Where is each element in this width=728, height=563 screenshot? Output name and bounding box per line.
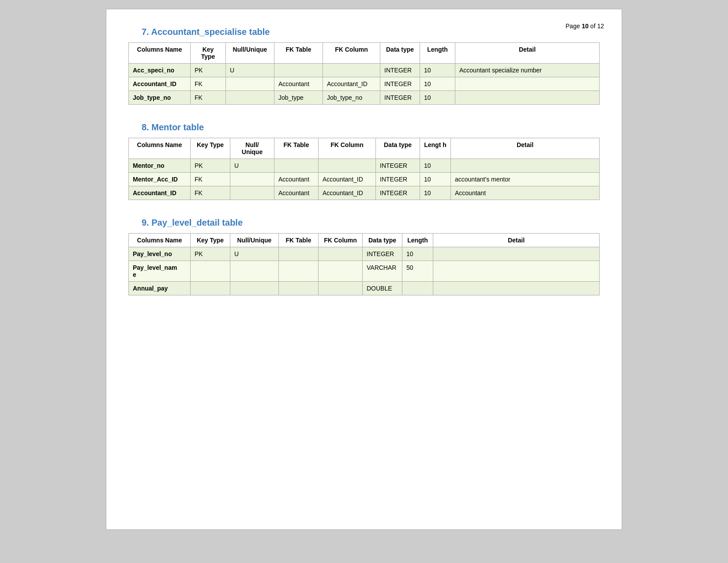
section-8-table: Columns Name Key Type Null/Unique FK Tab… [128, 138, 600, 200]
table-cell: Mentor_no [129, 159, 191, 173]
table-cell [230, 173, 274, 186]
table-cell: Accountant_ID [319, 186, 376, 200]
table-header-row: Columns Name Key Type Null/Unique FK Tab… [129, 138, 600, 159]
table-cell: Mentor_Acc_ID [129, 173, 191, 186]
header-col-4: FK Table [274, 43, 323, 64]
table-cell [279, 282, 319, 295]
table-cell: Accountant [274, 173, 319, 186]
table-cell: PK [191, 247, 230, 261]
header-col-5: FK Column [319, 138, 376, 159]
table-cell [323, 64, 380, 77]
table-cell [402, 282, 433, 295]
table-row: Accountant_IDFKAccountantAccountant_IDIN… [129, 77, 600, 91]
table-cell [230, 186, 274, 200]
header-col-3: Null/Unique [230, 138, 274, 159]
section-7-title: 7. Accountant_specialise table [142, 27, 600, 37]
table-cell [319, 159, 376, 173]
table-cell: Accountant [274, 186, 319, 200]
table-cell: Accountant_ID [323, 77, 380, 91]
table-cell: VARCHAR [363, 261, 402, 282]
table-cell [230, 282, 279, 295]
table-header-row: Columns Name Key Type Null/Unique FK Tab… [129, 43, 600, 64]
header-col-1: Columns Name [129, 234, 191, 247]
table-cell: U [230, 159, 274, 173]
header-col-8: Detail [451, 138, 600, 159]
header-col-2: Key Type [191, 234, 230, 247]
table-row: Job_type_noFKJob_typeJob_type_noINTEGER1… [129, 91, 600, 105]
table-row: Accountant_IDFKAccountantAccountant_IDIN… [129, 186, 600, 200]
table-cell: 10 [420, 173, 451, 186]
table-cell: 10 [420, 159, 451, 173]
table-cell: 10 [420, 186, 451, 200]
table-cell [319, 247, 363, 261]
header-col-6: Data type [363, 234, 402, 247]
table-cell [230, 261, 279, 282]
table-cell: 50 [402, 261, 433, 282]
header-col-4: FK Table [279, 234, 319, 247]
table-cell: U [226, 64, 274, 77]
table-header-row: Columns Name Key Type Null/Unique FK Tab… [129, 234, 600, 247]
header-col-5: FK Column [319, 234, 363, 247]
table-cell: INTEGER [380, 91, 420, 105]
table-cell: DOUBLE [363, 282, 402, 295]
table-cell: 10 [402, 247, 433, 261]
table-cell: 10 [420, 64, 455, 77]
table-cell: INTEGER [363, 247, 402, 261]
page-number: Page 10 of 12 [566, 23, 604, 30]
table-cell: Pay_level_name [129, 261, 191, 282]
table-cell: Pay_level_no [129, 247, 191, 261]
table-cell [319, 261, 363, 282]
header-col-6: Data type [380, 43, 420, 64]
table-row: Mentor_Acc_IDFKAccountantAccountant_IDIN… [129, 173, 600, 186]
header-col-5: FK Column [323, 43, 380, 64]
table-cell: 10 [420, 77, 455, 91]
table-cell: Accountant [274, 77, 323, 91]
table-row: Annual_payDOUBLE [129, 282, 600, 295]
header-col-1: Columns Name [129, 138, 191, 159]
table-cell: Accountant_ID [319, 173, 376, 186]
table-cell: Annual_pay [129, 282, 191, 295]
header-col-2: Key Type [191, 138, 230, 159]
table-cell: Accountant_ID [129, 186, 191, 200]
table-cell: INTEGER [380, 77, 420, 91]
header-col-6: Data type [376, 138, 420, 159]
header-col-8: Detail [455, 43, 600, 64]
table-cell: FK [191, 173, 230, 186]
table-row: Pay_level_nameVARCHAR50 [129, 261, 600, 282]
table-cell [451, 159, 600, 173]
table-cell [191, 282, 230, 295]
table-cell [433, 282, 600, 295]
table-cell: INTEGER [380, 64, 420, 77]
table-cell: accountant's mentor [451, 173, 600, 186]
table-cell: FK [191, 186, 230, 200]
table-cell: PK [191, 64, 226, 77]
table-cell: INTEGER [376, 159, 420, 173]
table-cell [226, 77, 274, 91]
table-cell: INTEGER [376, 186, 420, 200]
header-col-3: Null/Unique [226, 43, 274, 64]
header-col-2: Key Type [191, 43, 226, 64]
table-row: Acc_speci_noPKUINTEGER10Accountant speci… [129, 64, 600, 77]
table-cell: Job_type [274, 91, 323, 105]
table-row: Mentor_noPKUINTEGER10 [129, 159, 600, 173]
table-cell: Job_type_no [323, 91, 380, 105]
header-col-4: FK Table [274, 138, 319, 159]
header-col-8: Detail [433, 234, 600, 247]
table-cell: Accountant [451, 186, 600, 200]
table-cell [455, 77, 600, 91]
table-cell [455, 91, 600, 105]
page: Page 10 of 12 7. Accountant_specialise t… [106, 9, 622, 530]
section-7-table: Columns Name Key Type Null/Unique FK Tab… [128, 42, 600, 105]
table-cell: INTEGER [376, 173, 420, 186]
section-8-title: 8. Mentor table [142, 122, 600, 132]
table-cell: FK [191, 77, 226, 91]
table-cell: U [230, 247, 279, 261]
section-7: 7. Accountant_specialise table Columns N… [128, 27, 600, 105]
section-9-title: 9. Pay_level_detail table [142, 218, 600, 228]
table-cell: Accountant_ID [129, 77, 191, 91]
table-cell [279, 261, 319, 282]
table-cell [191, 261, 230, 282]
table-cell [274, 64, 323, 77]
table-cell [319, 282, 363, 295]
table-row: Pay_level_noPKUINTEGER10 [129, 247, 600, 261]
